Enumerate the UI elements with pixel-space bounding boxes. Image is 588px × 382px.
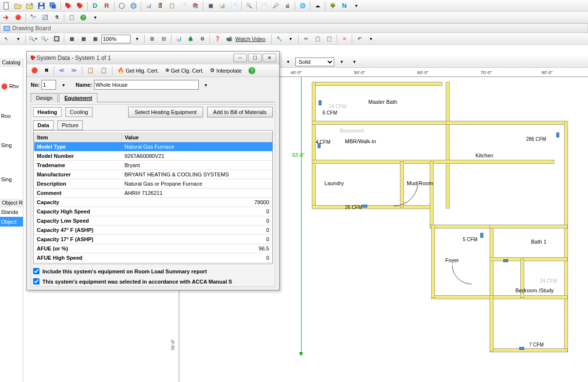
object-selected[interactable]: Object: [0, 217, 23, 227]
dropdown-icon[interactable]: ▾: [351, 1, 361, 11]
minimize-button[interactable]: ─: [233, 54, 247, 62]
video-icon[interactable]: 📹: [224, 34, 234, 44]
help2-icon[interactable]: ❓: [212, 34, 223, 44]
dialog-titlebar[interactable]: System Data - System 1 of 1 ─ ☐ ✕: [27, 52, 279, 64]
replace-icon[interactable]: 🔄: [39, 13, 50, 22]
open-folder2-icon[interactable]: [24, 1, 35, 11]
notes-icon[interactable]: 📋: [167, 1, 177, 11]
interpolate-button[interactable]: ⚙ Interpolate: [208, 66, 244, 76]
binoculars-icon[interactable]: 🔭: [28, 13, 38, 22]
globe-icon[interactable]: 🌐: [297, 1, 308, 11]
tree2-icon[interactable]: 🌲: [185, 34, 196, 44]
help-icon[interactable]: ?: [246, 66, 258, 76]
table-row[interactable]: Capacity78000: [34, 198, 272, 207]
grid1-icon[interactable]: ▦: [66, 34, 77, 44]
add-bom-button[interactable]: Add to Bill of Materials: [207, 107, 273, 117]
next-all-icon[interactable]: ≫: [69, 66, 79, 76]
gear-icon[interactable]: ⚙: [197, 34, 208, 44]
cube2-icon[interactable]: [128, 1, 139, 11]
style-more-icon[interactable]: ▾: [349, 57, 360, 67]
paste-icon[interactable]: 📋: [324, 34, 335, 44]
undo-icon[interactable]: ↶: [354, 34, 365, 44]
tab-design[interactable]: Design: [31, 93, 58, 102]
red-tag-icon[interactable]: [63, 1, 74, 11]
register[interactable]: [519, 347, 524, 350]
datatab-data[interactable]: Data: [33, 120, 54, 130]
zoom-dd-icon[interactable]: ▾: [132, 34, 142, 44]
register[interactable]: [556, 133, 559, 137]
zoom-input[interactable]: [101, 35, 131, 43]
save-multi-icon[interactable]: [48, 1, 58, 11]
table-row[interactable]: AFUE (or %)96.5: [34, 244, 272, 253]
manual-s-checkbox[interactable]: [33, 278, 39, 285]
chart-icon[interactable]: 📊: [143, 1, 154, 11]
chart2-icon[interactable]: 📊: [173, 34, 184, 44]
zoom-in-icon[interactable]: 🔍+: [28, 34, 38, 44]
zoom-out-icon[interactable]: 🔍-: [39, 34, 50, 44]
col-item[interactable]: Item: [34, 133, 122, 142]
open-folder-icon[interactable]: [13, 1, 23, 11]
table-row[interactable]: Capacity 17° F (ASHP)0: [34, 235, 272, 244]
red-tag-icon[interactable]: 🔴: [29, 66, 40, 76]
red-arrow-icon[interactable]: [1, 13, 12, 22]
datatab-picture[interactable]: Picture: [57, 120, 83, 130]
register[interactable]: [362, 205, 367, 208]
table-row[interactable]: Model TypeNatural Gas Furnace: [34, 142, 272, 152]
name-dropdown-icon[interactable]: ▾: [201, 80, 211, 90]
table-row[interactable]: CommentAHRI# 7126211: [34, 189, 272, 198]
data-table-wrap[interactable]: Item Value Model TypeNatural Gas Furnace…: [33, 130, 273, 264]
bars-icon[interactable]: 📊: [217, 1, 228, 11]
pointer-icon[interactable]: ↖: [1, 34, 12, 44]
cube-icon[interactable]: [116, 1, 127, 11]
close-button[interactable]: ✕: [263, 54, 276, 62]
library-icon[interactable]: 📚: [190, 1, 201, 11]
save-icon[interactable]: [36, 1, 47, 11]
name-input[interactable]: [94, 80, 199, 90]
red-tag2-icon[interactable]: [75, 1, 85, 11]
db-icon[interactable]: 🗄: [155, 1, 166, 11]
layout2-icon[interactable]: ⊟: [158, 34, 169, 44]
table-row[interactable]: Capacity Low Speed0: [34, 216, 272, 226]
zoom-icon[interactable]: 🔍: [244, 1, 254, 11]
style-dd1-icon[interactable]: ▾: [283, 57, 293, 67]
page-icon[interactable]: 📄: [259, 1, 269, 11]
cross-icon[interactable]: ✖: [42, 66, 51, 76]
delete-icon[interactable]: ✕: [339, 34, 350, 44]
rhv-label[interactable]: 🔴 Rhv: [0, 81, 23, 92]
include-summary-checkbox[interactable]: [33, 268, 39, 274]
prev-all-icon[interactable]: ≪: [57, 66, 67, 76]
sheet-icon[interactable]: 📄: [228, 1, 239, 11]
register[interactable]: [503, 259, 508, 262]
paste-icon[interactable]: 📋: [98, 66, 110, 76]
new-file-icon[interactable]: [1, 1, 12, 11]
d-button[interactable]: D: [90, 1, 100, 11]
subtab-heating[interactable]: Heating: [33, 107, 61, 117]
zoom-select-icon[interactable]: 🔲: [51, 34, 62, 44]
print-icon[interactable]: 🖨: [282, 1, 293, 11]
col-value[interactable]: Value: [122, 133, 272, 142]
r-button[interactable]: R: [101, 1, 112, 11]
tree-icon[interactable]: 🌳: [327, 1, 338, 11]
copy2-icon[interactable]: 📋: [66, 13, 77, 22]
grid2-icon[interactable]: ▦: [78, 34, 89, 44]
line-style-select[interactable]: Solid: [295, 57, 334, 66]
table-row[interactable]: ManufacturerBRYANT HEATING & COOLING SYS…: [34, 170, 272, 179]
subtab-cooling[interactable]: Cooling: [65, 107, 92, 117]
table-row[interactable]: DescriptionNatural Gas or Propane Furnac…: [34, 179, 272, 189]
table-row[interactable]: TradenameBryant: [34, 161, 272, 170]
register[interactable]: [318, 143, 321, 148]
copy-icon[interactable]: 📄: [178, 1, 189, 11]
copy3-icon[interactable]: 📋: [312, 34, 323, 44]
select-heating-button[interactable]: Select Heating Equipment: [128, 107, 203, 117]
register[interactable]: [480, 233, 483, 238]
table-row[interactable]: AFUE High Speed0: [34, 253, 272, 263]
catalog-tab[interactable]: Catalog: [0, 58, 23, 67]
get-htg-cert-button[interactable]: 🔥 Get Htg. Cert.: [115, 66, 161, 76]
cut-icon[interactable]: ✂: [301, 34, 311, 44]
grid3-icon[interactable]: ▦: [90, 34, 100, 44]
dropdown2-icon[interactable]: ▾: [90, 13, 100, 22]
table-icon[interactable]: ▦: [205, 1, 216, 11]
n-button[interactable]: N: [339, 1, 350, 11]
cloud-icon[interactable]: ☁: [312, 1, 323, 11]
maximize-button[interactable]: ☐: [248, 54, 262, 62]
